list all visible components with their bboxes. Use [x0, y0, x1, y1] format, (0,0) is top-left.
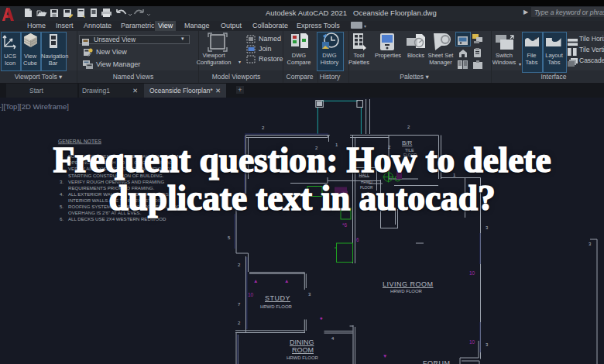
svg-text:6: 6	[356, 237, 359, 242]
svg-text:2: 2	[238, 321, 241, 325]
svg-text:3: 3	[486, 225, 489, 230]
svg-text:2: 2	[262, 125, 265, 130]
svg-text:[-][Top][2D Wireframe]: [-][Top][2D Wireframe]	[0, 102, 69, 111]
svg-text:▲: ▲	[284, 278, 289, 283]
svg-text:HRWD FLOOR: HRWD FLOOR	[390, 289, 423, 294]
svg-text:HRWD FLOOR: HRWD FLOOR	[260, 304, 293, 309]
svg-text:3: 3	[486, 342, 489, 347]
svg-text:DINING: DINING	[290, 338, 314, 346]
svg-text:7: 7	[238, 302, 241, 307]
svg-text:6.: 6.	[60, 216, 63, 221]
svg-text:10: 10	[469, 339, 475, 345]
svg-text:4: 4	[331, 336, 335, 341]
svg-text:5: 5	[228, 235, 231, 240]
svg-text:10: 10	[469, 270, 475, 276]
svg-text:2: 2	[238, 263, 241, 267]
svg-text:*6: *6	[342, 222, 348, 228]
svg-text:●: ●	[320, 315, 323, 321]
svg-text:10: 10	[248, 292, 254, 297]
svg-text:STUDY: STUDY	[265, 294, 290, 302]
svg-text:▲: ▲	[253, 278, 258, 283]
svg-text:ROOM: ROOM	[292, 346, 314, 354]
svg-text:3: 3	[308, 292, 311, 297]
svg-text:FORUM: FORUM	[423, 359, 451, 364]
svg-text:▼: ▼	[383, 353, 387, 359]
svg-text:LIVING ROOM: LIVING ROOM	[383, 280, 434, 288]
svg-text:2: 2	[407, 125, 410, 129]
svg-text:3: 3	[589, 242, 592, 246]
svg-text:HRWD FLOOR: HRWD FLOOR	[287, 355, 319, 360]
